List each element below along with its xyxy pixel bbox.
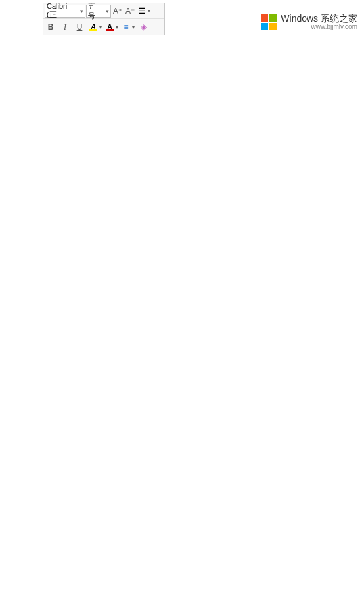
shrink-font-button[interactable]: A⁻ [124, 5, 136, 18]
highlight-button[interactable]: A ▾ [88, 22, 102, 32]
watermark-url: www.bjjmlv.com [281, 23, 357, 30]
line-spacing-button[interactable]: ☰▾ [137, 6, 150, 16]
font-color-button[interactable]: A ▾ [104, 22, 118, 32]
watermark-brand: Windows 系统之家 [281, 14, 357, 23]
watermark: Windows 系统之家 www.bjjmlv.com [258, 12, 360, 32]
formatting-toolbar: Calibri (正 五号 A⁺ A⁻ ☰▾ B I U A ▾ A ▾ ≡▾ … [43, 3, 165, 35]
grow-font-button[interactable]: A⁺ [112, 5, 124, 18]
font-size-combo[interactable]: 五号 [86, 5, 111, 18]
italic-button[interactable]: I [59, 20, 71, 34]
callout-1-highlight [25, 35, 59, 35]
underline-button[interactable]: U [74, 20, 85, 34]
windows-logo-icon [261, 14, 277, 30]
align-button[interactable]: ≡▾ [121, 22, 135, 32]
bold-button[interactable]: B [45, 20, 57, 34]
font-name-combo[interactable]: Calibri (正 [45, 5, 85, 18]
eraser-button[interactable]: ◈ [137, 20, 149, 34]
